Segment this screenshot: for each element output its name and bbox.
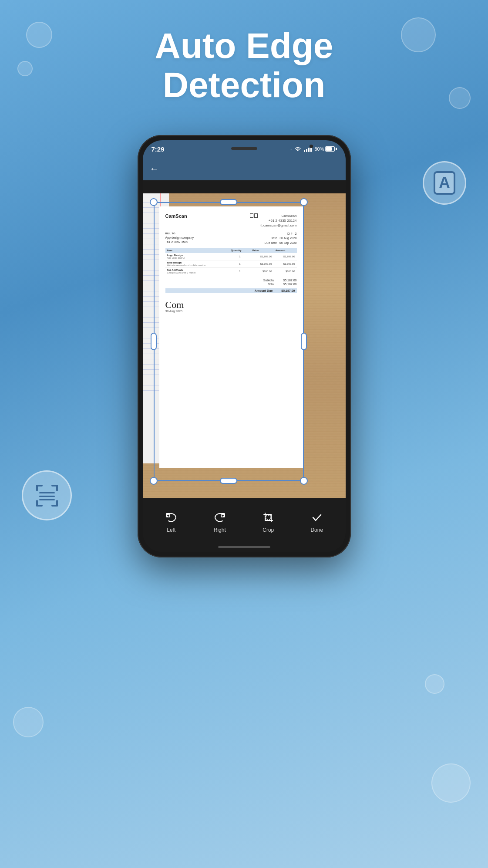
table-row: Set AdWords Charge $200 after 2 month 1 …: [165, 268, 297, 275]
phone-screen: 7:29 ·: [143, 140, 346, 552]
wifi-icon: [294, 146, 301, 152]
dark-strip: [143, 180, 346, 193]
invoice-totals: Subtotal $5,187.00 Total $5,187.00: [165, 279, 297, 286]
crop-icon: [262, 511, 274, 525]
rotate-left-icon: [165, 511, 177, 525]
col-amount: Amount: [274, 248, 297, 253]
bubble-6: [431, 763, 471, 803]
invoice-table: Item Quantity Price Amount Logo Design A…: [165, 248, 297, 275]
badge-scan-icon: [22, 470, 72, 520]
camera-view: CamScan CamScan +61 2 4335 23124: [143, 193, 346, 498]
svg-rect-1: [36, 485, 38, 491]
toolbar-right-button[interactable]: Right: [207, 511, 233, 533]
phone-screen-area: 7:29 ·: [143, 140, 346, 552]
svg-rect-9: [39, 496, 55, 497]
table-row: Logo Design App Logo and UI 1 $1,888.00 …: [165, 253, 297, 260]
col-price: Price: [251, 248, 274, 253]
svg-rect-8: [39, 492, 55, 493]
nav-bar: ←: [143, 158, 346, 180]
svg-rect-3: [56, 485, 58, 491]
home-indicator: [143, 542, 346, 552]
toolbar-done-button[interactable]: Done: [304, 511, 330, 533]
bottom-dark-strip: [143, 498, 346, 503]
scan-lines-icon: [34, 483, 60, 509]
phone-speaker: [231, 147, 257, 150]
doc-brand-name: CamScan: [165, 213, 187, 219]
battery-percent: 80%: [314, 146, 324, 152]
checkmark-icon: [311, 511, 323, 525]
a-text-icon: A: [434, 171, 455, 195]
dot-icon: ·: [290, 146, 292, 152]
status-icons: ·: [290, 146, 337, 152]
title-area: Auto Edge Detection: [0, 26, 488, 105]
col-qty: Quantity: [229, 248, 250, 253]
badge-a-icon: A: [423, 161, 466, 205]
crop-label: Crop: [263, 527, 274, 533]
toolbar-left-button[interactable]: Left: [158, 511, 184, 533]
page-title-line2: Detection: [0, 65, 488, 105]
bottom-toolbar: Left Right: [143, 503, 346, 542]
home-bar: [218, 546, 270, 548]
svg-rect-10: [39, 499, 55, 500]
doc-brand-right: CamScan +61 2 4335 23124 tt.camscan@gmai…: [260, 213, 296, 228]
toolbar-crop-button[interactable]: Crop: [255, 511, 281, 533]
bubble-5: [13, 707, 44, 737]
svg-rect-5: [36, 500, 38, 507]
doc-signature: Com 30 Aug 2020: [165, 300, 297, 313]
col-item: Item: [165, 248, 229, 253]
phone-frame: 7:29 ·: [138, 135, 351, 557]
phone-camera: [310, 145, 313, 148]
svg-rect-13: [266, 515, 270, 520]
document-paper: CamScan CamScan +61 2 4335 23124: [159, 206, 303, 468]
back-button[interactable]: ←: [150, 163, 159, 175]
phone-device: 7:29 ·: [138, 135, 351, 557]
page-title-line1: Auto Edge: [0, 26, 488, 65]
table-row: Web design Website renewal and mobile ve…: [165, 260, 297, 268]
left-label: Left: [167, 527, 175, 533]
right-label: Right: [214, 527, 226, 533]
bubble-7: [425, 674, 444, 694]
done-label: Done: [310, 527, 323, 533]
battery-icon: 80%: [314, 146, 337, 152]
invoice-amount-due: Amount Due $5,187.00: [165, 288, 297, 293]
rotate-right-icon: [214, 511, 226, 525]
svg-rect-7: [56, 500, 58, 507]
status-time: 7:29: [151, 145, 165, 153]
